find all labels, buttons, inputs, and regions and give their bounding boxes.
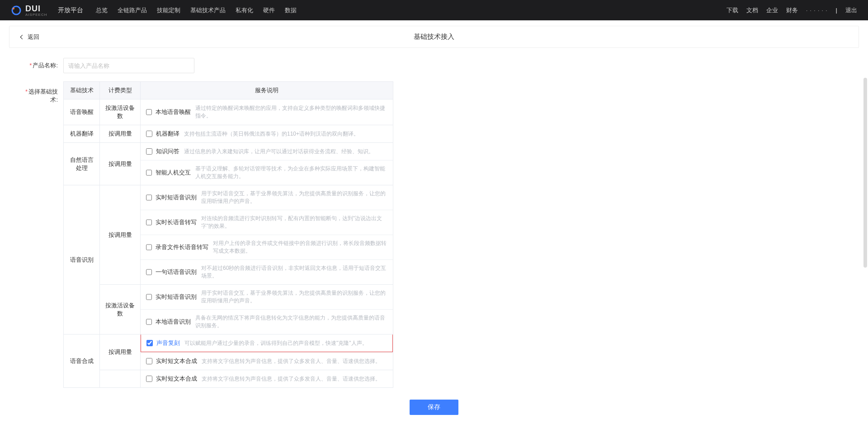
tech-cell: 语音识别 <box>64 185 100 334</box>
service-desc: 支持包括主流语种（英日韩俄法西泰等）的110+语种到汉语的双向翻译。 <box>184 130 359 138</box>
service-desc: 对不超过60秒的音频进行语音识别，非实时返回文本信息，适用于短语音交互场景。 <box>201 264 387 280</box>
svg-point-0 <box>12 6 20 14</box>
service-item: 知识问答通过信息的录入来建知识库，让用户可以通过对话获得业务流程、经验、知识。 <box>141 143 393 160</box>
service-name: 知识问答 <box>156 147 179 155</box>
service-name: 机器翻译 <box>156 130 179 138</box>
logo[interactable]: DUI AISPEECH <box>11 4 47 17</box>
desc-cell: 本地语音唤醒通过特定的唤醒词来唤醒您的应用，支持自定义多种类型的唤醒词和多领域快… <box>141 99 393 125</box>
th-tech: 基础技术 <box>64 82 100 99</box>
tech-table: 基础技术 计费类型 服务说明 语音唤醒按激活设备数本地语音唤醒通过特定的唤醒词来… <box>63 81 393 388</box>
service-checkbox[interactable] <box>146 244 152 250</box>
service-desc: 支持将文字信息转为声音信息，提供了众多发音人、音量、语速供您选择。 <box>202 375 381 383</box>
tech-cell: 语音合成 <box>64 334 100 388</box>
service-name: 实时短语音识别 <box>156 293 197 301</box>
desc-cell: 实时短语音识别用于实时语音交互，基于业界领先算法，为您提供高质量的识别服务，让您… <box>141 185 393 285</box>
top-nav: DUI AISPEECH 开放平台 总览 全链路产品 技能定制 基础技术产品 私… <box>0 0 868 20</box>
service-name: 本地语音唤醒 <box>156 108 191 116</box>
logo-text: DUI <box>25 4 47 14</box>
main-nav: 总览 全链路产品 技能定制 基础技术产品 私有化 硬件 数据 <box>96 6 297 14</box>
bill-cell: 按激活设备数 <box>100 99 141 125</box>
logo-subtext: AISPEECH <box>25 13 47 17</box>
service-checkbox[interactable] <box>146 170 152 176</box>
logo-icon <box>11 5 22 16</box>
service-checkbox[interactable] <box>146 131 152 137</box>
desc-cell: 实时短语音识别用于实时语音交互，基于业界领先算法，为您提供高质量的识别服务，让您… <box>141 285 393 334</box>
desc-cell: 机器翻译支持包括主流语种（英日韩俄法西泰等）的110+语种到汉语的双向翻译。 <box>141 125 393 143</box>
service-name: 一句话语音识别 <box>156 268 197 276</box>
service-name: 本地语音识别 <box>156 318 191 326</box>
product-name-label: *产品名称: <box>23 61 63 70</box>
nav-hardware[interactable]: 硬件 <box>263 6 275 14</box>
service-name: 声音复刻 <box>156 339 180 347</box>
tech-cell: 自然语言处理 <box>64 143 100 185</box>
service-item: 智能人机交互基于语义理解、多轮对话管理等技术，为企业在多种实际应用场景下，构建智… <box>141 160 393 185</box>
tech-cell: 机器翻译 <box>64 125 100 143</box>
service-desc: 对用户上传的录音文件或文件链接中的音频进行识别，将长段音频数据转写成文本数据。 <box>213 240 387 255</box>
bill-cell: 按调用量 <box>100 185 141 285</box>
service-desc: 通过信息的录入来建知识库，让用户可以通过对话获得业务流程、经验、知识。 <box>184 148 374 155</box>
service-checkbox[interactable] <box>146 148 152 155</box>
nav-docs[interactable]: 文档 <box>746 6 758 14</box>
th-desc: 服务说明 <box>141 82 393 99</box>
product-name-input[interactable] <box>63 58 194 73</box>
service-desc: 具备在无网的情况下将声音信息转化为文字信息的能力，为您提供高质量的语音识别服务。 <box>195 314 387 330</box>
service-desc: 对连续的音频流进行实时识别转写，配有内置的智能断句，达到"边说边出文字"的效果。 <box>201 215 387 230</box>
service-item: 机器翻译支持包括主流语种（英日韩俄法西泰等）的110+语种到汉语的双向翻译。 <box>141 125 393 142</box>
desc-cell: 知识问答通过信息的录入来建知识库，让用户可以通过对话获得业务流程、经验、知识。智… <box>141 143 393 185</box>
service-checkbox[interactable] <box>146 294 152 300</box>
service-checkbox[interactable] <box>146 358 152 364</box>
service-desc: 用于实时语音交互，基于业界领先算法，为您提供高质量的识别服务，让您的应用听懂用户… <box>201 289 387 305</box>
nav-overview[interactable]: 总览 <box>96 6 108 14</box>
service-desc: 用于实时语音交互，基于业界领先算法，为您提供高质量的识别服务，让您的应用听懂用户… <box>201 190 387 205</box>
back-button[interactable]: 返回 <box>19 33 39 41</box>
svg-point-1 <box>13 8 14 9</box>
user-id: · · · · · · <box>806 7 828 14</box>
service-item: 本地语音识别具备在无网的情况下将声音信息转化为文字信息的能力，为您提供高质量的语… <box>141 309 393 334</box>
platform-label: 开放平台 <box>58 6 83 14</box>
page-title: 基础技术接入 <box>414 33 454 41</box>
nav-fulllink[interactable]: 全链路产品 <box>118 6 147 14</box>
service-name: 实时短文本合成 <box>156 375 197 383</box>
bill-cell: 按激活设备数 <box>100 285 141 334</box>
service-checkbox[interactable] <box>146 376 152 382</box>
service-desc: 通过特定的唤醒词来唤醒您的应用，支持自定义多种类型的唤醒词和多领域快捷指令。 <box>195 104 387 120</box>
nav-download[interactable]: 下载 <box>726 6 738 14</box>
service-checkbox[interactable] <box>146 340 153 346</box>
service-desc: 支持将文字信息转为声音信息，提供了众多发音人、音量、语速供您选择。 <box>202 358 381 365</box>
nav-data[interactable]: 数据 <box>285 6 297 14</box>
desc-cell: 声音复刻可以赋能用户通过少量的录音，训练得到自己的声音模型，快速"克隆"人声。实… <box>141 334 393 370</box>
nav-private[interactable]: 私有化 <box>236 6 253 14</box>
nav-enterprise[interactable]: 企业 <box>766 6 778 14</box>
service-item: 实时长语音转写对连续的音频流进行实时识别转写，配有内置的智能断句，达到"边说边出… <box>141 210 393 235</box>
logout-link[interactable]: 退出 <box>845 6 857 14</box>
scrollbar[interactable] <box>863 78 867 268</box>
service-desc: 基于语义理解、多轮对话管理等技术，为企业在多种实际应用场景下，构建智能人机交互服… <box>195 165 387 180</box>
select-tech-label: *选择基础技术: <box>23 81 63 104</box>
service-checkbox[interactable] <box>146 269 152 275</box>
service-item: 实时短语音识别用于实时语音交互，基于业界领先算法，为您提供高质量的识别服务，让您… <box>141 185 393 210</box>
service-checkbox[interactable] <box>146 319 152 325</box>
tech-cell: 语音唤醒 <box>64 99 100 125</box>
nav-finance[interactable]: 财务 <box>786 6 798 14</box>
service-item: 实时短文本合成支持将文字信息转为声音信息，提供了众多发音人、音量、语速供您选择。 <box>141 352 393 370</box>
service-item: 本地语音唤醒通过特定的唤醒词来唤醒您的应用，支持自定义多种类型的唤醒词和多领域快… <box>141 100 393 124</box>
nav-skill[interactable]: 技能定制 <box>157 6 180 14</box>
service-name: 实时短文本合成 <box>156 357 197 365</box>
save-button[interactable]: 保存 <box>410 400 458 415</box>
desc-cell: 实时短文本合成支持将文字信息转为声音信息，提供了众多发音人、音量、语速供您选择。 <box>141 370 393 388</box>
th-bill: 计费类型 <box>100 82 141 99</box>
service-checkbox[interactable] <box>146 194 152 201</box>
nav-basetech[interactable]: 基础技术产品 <box>190 6 226 14</box>
back-label: 返回 <box>28 33 39 41</box>
service-item: 实时短语音识别用于实时语音交互，基于业界领先算法，为您提供高质量的识别服务，让您… <box>141 285 393 309</box>
service-checkbox[interactable] <box>146 109 152 115</box>
service-item: 录音文件长语音转写对用户上传的录音文件或文件链接中的音频进行识别，将长段音频数据… <box>141 235 393 259</box>
service-name: 录音文件长语音转写 <box>156 243 208 251</box>
bill-cell: 按调用量 <box>100 334 141 370</box>
service-name: 实时长语音转写 <box>156 218 197 226</box>
service-name: 智能人机交互 <box>156 169 191 177</box>
service-item: 一句话语音识别对不超过60秒的音频进行语音识别，非实时返回文本信息，适用于短语音… <box>141 259 393 284</box>
service-item: 声音复刻可以赋能用户通过少量的录音，训练得到自己的声音模型，快速"克隆"人声。 <box>141 334 393 352</box>
service-checkbox[interactable] <box>146 219 152 226</box>
service-item: 实时短文本合成支持将文字信息转为声音信息，提供了众多发音人、音量、语速供您选择。 <box>141 370 393 387</box>
